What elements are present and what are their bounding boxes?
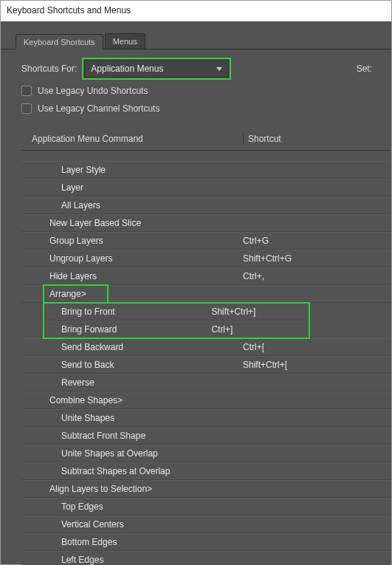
- command-label: Unite Shapes: [21, 413, 243, 423]
- set-label: Set:: [357, 64, 376, 74]
- shortcut-label: Ctrl+[: [243, 342, 376, 352]
- shortcuts-for-dropdown[interactable]: Application Menus: [84, 60, 229, 78]
- command-label: Reverse: [21, 377, 243, 388]
- command-label: Ungroup Layers: [21, 253, 243, 264]
- command-label: Hide Layers: [21, 271, 243, 281]
- command-label: Layer: [21, 182, 243, 193]
- shortcuts-table: Application Menu Command Shortcut Layer …: [21, 129, 391, 565]
- table-row[interactable]: Subtract Shapes at Overlap: [21, 462, 391, 480]
- shortcut-label: Ctrl+]: [211, 324, 309, 335]
- command-label: Bottom Edges: [21, 537, 243, 547]
- tab-keyboard-shortcuts[interactable]: Keyboard Shortcuts: [16, 34, 103, 49]
- panel-body: Keyboard Shortcuts Menus Shortcuts For: …: [1, 21, 391, 564]
- command-label: Send to Back: [21, 360, 243, 370]
- legacy-undo-row: Use Legacy Undo Shortcuts: [1, 82, 391, 100]
- legacy-undo-label: Use Legacy Undo Shortcuts: [38, 86, 148, 96]
- shortcuts-for-label: Shortcuts For:: [21, 64, 77, 74]
- table-row[interactable]: Reverse: [21, 374, 391, 391]
- chevron-down-icon: [216, 67, 222, 71]
- table-row[interactable]: Bottom Edges: [21, 533, 391, 551]
- command-label: New Layer Based Slice: [21, 218, 243, 228]
- highlight-group: Bring to FrontShift+Ctrl+]Bring ForwardC…: [44, 303, 309, 338]
- tab-bar: Keyboard Shortcuts Menus: [1, 33, 391, 49]
- table-row[interactable]: Hide LayersCtrl+,: [21, 267, 391, 285]
- dialog-window: Keyboard Shortcuts and Menus Keyboard Sh…: [0, 0, 392, 565]
- command-label: Vertical Centers: [21, 519, 243, 530]
- command-label: Subtract Front Shape: [21, 431, 243, 441]
- shortcut-label: Shift+Ctrl+[: [243, 360, 376, 370]
- legacy-undo-checkbox[interactable]: [21, 86, 32, 96]
- shortcut-label: Ctrl+G: [243, 236, 376, 246]
- table-row[interactable]: Layer: [21, 179, 391, 196]
- table-row[interactable]: Align Layers to Selection>: [21, 480, 391, 498]
- command-label: Group Layers: [21, 236, 243, 246]
- header-command: Application Menu Command: [21, 134, 243, 144]
- shortcuts-for-value: Application Menus: [91, 64, 163, 74]
- command-label: All Layers: [21, 200, 243, 210]
- shortcut-label: Shift+Ctrl+G: [243, 253, 376, 264]
- table-row[interactable]: Vertical Centers: [21, 516, 391, 533]
- table-row[interactable]: Bring ForwardCtrl+]: [44, 321, 309, 338]
- command-label: Bring to Front: [44, 307, 211, 317]
- command-label: Top Edges: [21, 501, 243, 512]
- table-row[interactable]: New Layer Based Slice: [21, 214, 391, 232]
- header-shortcut: Shortcut: [243, 134, 376, 144]
- command-label: Subtract Shapes at Overlap: [21, 466, 243, 476]
- legacy-channel-row: Use Legacy Channel Shortcuts: [1, 100, 391, 117]
- table-row[interactable]: Subtract Front Shape: [21, 427, 391, 445]
- table-row[interactable]: Arrange>: [21, 285, 391, 303]
- table-row[interactable]: Left Edges: [21, 551, 391, 565]
- table-row[interactable]: Bring to FrontShift+Ctrl+]: [44, 303, 309, 321]
- table-row[interactable]: Send to BackShift+Ctrl+[: [21, 356, 391, 374]
- shortcut-label: Shift+Ctrl+]: [211, 307, 309, 317]
- command-label: Unite Shapes at Overlap: [21, 448, 243, 459]
- tab-menus[interactable]: Menus: [105, 33, 145, 49]
- command-label: Combine Shapes>: [21, 395, 243, 405]
- highlight-box: [44, 285, 108, 303]
- table-row[interactable]: Send BackwardCtrl+[: [21, 338, 391, 356]
- command-label: Align Layers to Selection>: [21, 484, 243, 494]
- command-label: Left Edges: [21, 555, 243, 565]
- table-row[interactable]: All Layers: [21, 196, 391, 214]
- legacy-channel-checkbox[interactable]: [21, 103, 32, 114]
- command-label: Send Backward: [21, 342, 243, 352]
- table-header: Application Menu Command Shortcut: [21, 129, 391, 151]
- window-title: Keyboard Shortcuts and Menus: [1, 1, 391, 21]
- table-row[interactable]: Group LayersCtrl+G: [21, 232, 391, 250]
- table-row[interactable]: Top Edges: [21, 498, 391, 516]
- command-label: Bring Forward: [44, 324, 211, 335]
- table-row[interactable]: Combine Shapes>: [21, 391, 391, 409]
- table-row[interactable]: Ungroup LayersShift+Ctrl+G: [21, 250, 391, 267]
- legacy-channel-label: Use Legacy Channel Shortcuts: [38, 103, 159, 114]
- shortcut-label: Ctrl+,: [243, 271, 376, 281]
- command-label: Layer Style: [21, 165, 243, 175]
- table-row[interactable]: Layer Style: [21, 161, 391, 179]
- shortcuts-for-row: Shortcuts For: Application Menus Set:: [1, 49, 391, 82]
- table-row[interactable]: Unite Shapes at Overlap: [21, 445, 391, 462]
- table-body: Layer StyleLayerAll LayersNew Layer Base…: [21, 161, 391, 565]
- table-row[interactable]: Unite Shapes: [21, 409, 391, 427]
